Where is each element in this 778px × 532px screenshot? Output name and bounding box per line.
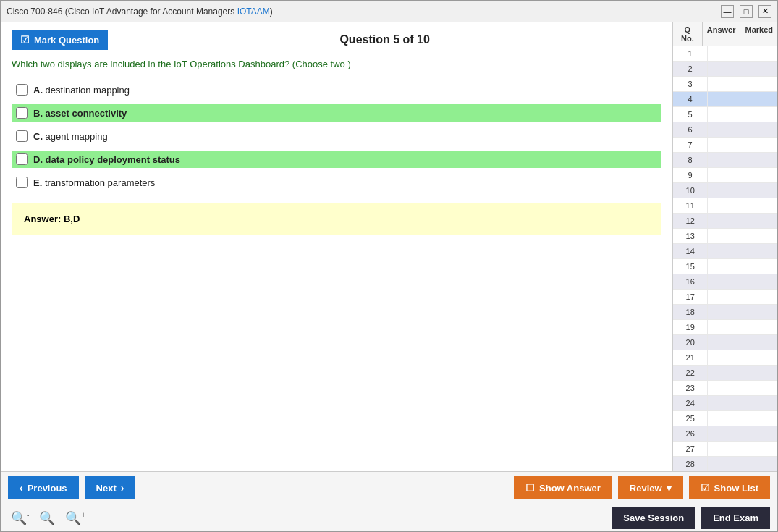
sidebar-answer-20: [708, 335, 743, 350]
option-D-checkbox[interactable]: [16, 153, 28, 165]
option-A-checkbox[interactable]: [16, 84, 28, 96]
sidebar-row-10[interactable]: 10: [673, 183, 777, 198]
sidebar-row-13[interactable]: 13: [673, 229, 777, 244]
sidebar-row-19[interactable]: 19: [673, 320, 777, 335]
sidebar-row-6[interactable]: 6: [673, 122, 777, 138]
sidebar-answer-7: [708, 138, 743, 152]
sidebar-row-5[interactable]: 5: [673, 107, 777, 122]
save-session-button[interactable]: Save Session: [612, 507, 695, 529]
option-B[interactable]: B. asset connectivity: [12, 104, 661, 122]
option-A-label: A. destination mapping: [33, 85, 130, 96]
end-exam-button[interactable]: End Exam: [701, 507, 770, 529]
title-text: Cisco 700-846 (Cisco IoT Advantage for A…: [7, 7, 273, 17]
sidebar-marked-25: [743, 411, 777, 426]
show-answer-icon: ☐: [525, 482, 535, 494]
sidebar-answer-14: [708, 244, 743, 258]
option-E-checkbox[interactable]: [16, 177, 28, 188]
zoom-in-button[interactable]: 🔍+: [62, 509, 88, 528]
close-button[interactable]: ✕: [758, 5, 771, 18]
sidebar-row-12[interactable]: 12: [673, 214, 777, 229]
answer-box: Answer: B,D: [12, 203, 661, 235]
sidebar-row-7[interactable]: 7: [673, 138, 777, 153]
sidebar-row-9[interactable]: 9: [673, 168, 777, 183]
mark-question-button[interactable]: ☑ Mark Question: [12, 30, 108, 50]
sidebar-row-16[interactable]: 16: [673, 274, 777, 290]
sidebar-row-15[interactable]: 15: [673, 259, 777, 274]
sidebar-row-18[interactable]: 18: [673, 305, 777, 320]
sidebar-row-3[interactable]: 3: [673, 77, 777, 92]
sidebar-qno-13: 13: [673, 229, 708, 243]
sidebar-marked-6: [743, 122, 777, 137]
option-B-checkbox[interactable]: [16, 107, 28, 119]
minimize-button[interactable]: —: [721, 5, 734, 18]
option-C[interactable]: C. agent mapping: [12, 127, 661, 145]
option-E[interactable]: E. transformation parameters: [12, 174, 661, 191]
sidebar-row-20[interactable]: 20: [673, 335, 777, 350]
sidebar-row-24[interactable]: 24: [673, 396, 777, 411]
option-C-checkbox[interactable]: [16, 130, 28, 142]
review-label: Review: [630, 483, 662, 494]
sidebar-answer-12: [708, 214, 743, 228]
prev-arrow-icon: ‹: [20, 482, 23, 494]
option-B-label: B. asset connectivity: [33, 108, 127, 119]
sidebar-answer-23: [708, 381, 743, 395]
sidebar-qno-26: 26: [673, 426, 708, 441]
next-button[interactable]: Next ›: [85, 476, 136, 499]
sidebar-marked-11: [743, 198, 777, 213]
sidebar-row-25[interactable]: 25: [673, 411, 777, 426]
sidebar-marked-26: [743, 426, 777, 441]
sidebar-qno-12: 12: [673, 214, 708, 228]
sidebar-row-14[interactable]: 14: [673, 244, 777, 259]
sidebar-marked-13: [743, 229, 777, 243]
sidebar-answer-16: [708, 274, 743, 289]
review-button[interactable]: Review ▾: [618, 476, 683, 499]
sidebar-qno-8: 8: [673, 153, 708, 167]
option-D[interactable]: D. data policy deployment status: [12, 151, 661, 168]
sidebar-row-2[interactable]: 2: [673, 62, 777, 77]
sidebar-row-17[interactable]: 17: [673, 290, 777, 305]
sidebar-answer-25: [708, 411, 743, 426]
sidebar-answer-26: [708, 426, 743, 441]
question-title: Question 5 of 10: [108, 33, 661, 46]
sidebar-row-23[interactable]: 23: [673, 381, 777, 396]
zoom-out-button[interactable]: 🔍-: [8, 509, 32, 528]
sidebar-answer-8: [708, 153, 743, 167]
previous-button[interactable]: ‹ Previous: [8, 476, 79, 499]
show-answer-button[interactable]: ☐ Show Answer: [514, 476, 612, 499]
sidebar-marked-8: [743, 153, 777, 167]
sidebar-row-21[interactable]: 21: [673, 350, 777, 366]
sidebar-row-8[interactable]: 8: [673, 153, 777, 168]
sidebar-row-11[interactable]: 11: [673, 198, 777, 214]
sidebar-answer-27: [708, 442, 743, 456]
sidebar-marked-3: [743, 77, 777, 91]
sidebar-qno-23: 23: [673, 381, 708, 395]
sidebar-marked-27: [743, 442, 777, 456]
sidebar-row-1[interactable]: 1: [673, 46, 777, 62]
option-A[interactable]: A. destination mapping: [12, 81, 661, 98]
sidebar-answer-18: [708, 305, 743, 319]
sidebar-row-28[interactable]: 28: [673, 457, 777, 471]
sidebar-marked-5: [743, 107, 777, 122]
sidebar-answer-6: [708, 122, 743, 137]
show-list-button[interactable]: ☑ Show List: [689, 476, 770, 499]
sidebar-marked-20: [743, 335, 777, 350]
sidebar-marked-4: [743, 92, 777, 106]
sidebar-row-22[interactable]: 22: [673, 366, 777, 381]
question-list[interactable]: 1 2 3 4 5 6 7 8 9 10 11: [673, 46, 777, 471]
sidebar-qno-11: 11: [673, 198, 708, 213]
sidebar-answer-24: [708, 396, 743, 410]
sidebar-marked-22: [743, 366, 777, 380]
sidebar-row-27[interactable]: 27: [673, 442, 777, 457]
sidebar-row-26[interactable]: 26: [673, 426, 777, 442]
sidebar-marked-16: [743, 274, 777, 289]
sidebar-row-4[interactable]: 4: [673, 92, 777, 107]
sidebar-qno-7: 7: [673, 138, 708, 152]
sidebar-qno-4: 4: [673, 92, 708, 106]
sidebar-qno-15: 15: [673, 259, 708, 274]
maximize-button[interactable]: □: [740, 5, 753, 18]
option-E-label: E. transformation parameters: [33, 177, 155, 188]
app-window: Cisco 700-846 (Cisco IoT Advantage for A…: [0, 0, 778, 532]
sidebar-header: Q No. Answer Marked: [673, 22, 777, 46]
mark-check-icon: ☑: [20, 34, 30, 46]
zoom-reset-button[interactable]: 🔍: [36, 509, 58, 528]
